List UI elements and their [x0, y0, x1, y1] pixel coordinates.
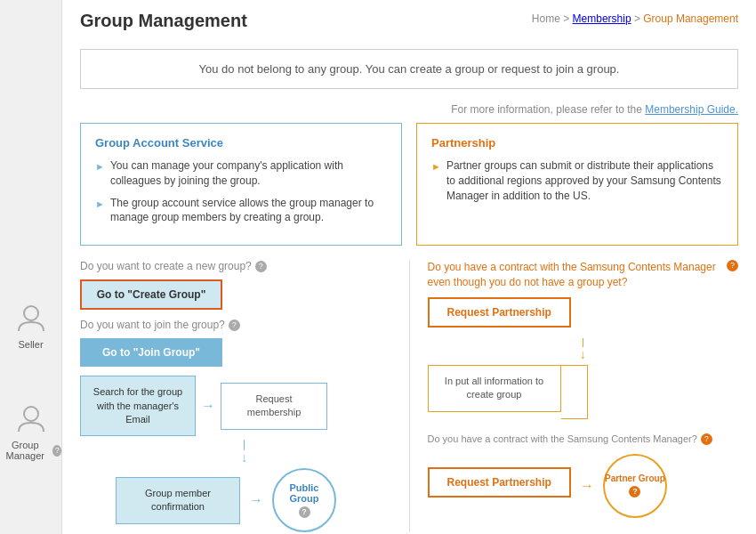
request-partnership-button-2[interactable]: Request Partnership — [428, 467, 571, 498]
info-boxes: Group Account Service ► You can manage y… — [62, 123, 756, 246]
gas-title: Group Account Service — [95, 136, 387, 150]
right-top-question-text: Do you have a contract with the Samsung … — [428, 260, 724, 290]
svg-point-1 — [24, 407, 38, 421]
right-bottom-question: Do you have a contract with the Samsung … — [428, 433, 739, 445]
seller-label: Seller — [18, 339, 43, 350]
svg-point-0 — [24, 306, 38, 320]
spacer-1 — [428, 419, 739, 433]
group-confirm-button[interactable]: Group member confirmation — [116, 477, 240, 524]
breadcrumb-sep1: > — [563, 12, 572, 25]
flow-bottom: Group member confirmation → Public Group… — [80, 468, 391, 532]
flow-section: Do you want to create a new group? ? Go … — [62, 260, 756, 532]
partner-group-circle: Partner Group ? — [603, 454, 667, 518]
group-manager-icon — [15, 403, 47, 435]
create-help-icon[interactable]: ? — [255, 261, 267, 272]
gas-bullet-2: ► — [95, 198, 105, 226]
breadcrumb-home: Home — [532, 12, 560, 25]
sidebar-seller: Seller — [15, 303, 47, 350]
guide-link-row: For more information, please refer to th… — [62, 100, 756, 123]
partnership-title: Partnership — [431, 136, 723, 150]
guide-prefix: For more information, please refer to th… — [451, 103, 642, 116]
public-group-circle: Public Group ? — [272, 468, 336, 532]
partnership-item-1: ► Partner groups can submit or distribut… — [431, 158, 723, 203]
create-group-area: In put all information to create group — [428, 365, 739, 419]
create-group-info-box: In put all information to create group — [428, 365, 561, 412]
join-question: Do you want to join the group? ? — [80, 319, 391, 331]
group-manager-help-icon[interactable]: ? — [52, 445, 61, 457]
right-top-question: Do you have a contract with the Samsung … — [428, 260, 739, 290]
gas-item-1: ► You can manage your company's applicat… — [95, 158, 387, 189]
request-partnership-button-1[interactable]: Request Partnership — [428, 297, 571, 328]
arrow-right-1: → — [201, 398, 215, 414]
partnership-bullet-1: ► — [431, 160, 441, 203]
info-banner: You do not belong to any group. You can … — [80, 49, 738, 89]
gas-text-2: The group account service allows the gro… — [110, 196, 387, 226]
search-request-row: Search for the group with the manager's … — [80, 376, 391, 436]
public-group-label: Public Group — [274, 482, 334, 504]
gas-bullet-1: ► — [95, 160, 105, 189]
breadcrumb-current: Group Management — [643, 12, 738, 25]
right-bottom-question-text: Do you have a contract with the Samsung … — [428, 433, 697, 444]
down-arrow-orange-1: ↓ — [428, 338, 739, 361]
down-arrow-1: ↓ — [80, 440, 391, 465]
partnership-box: Partnership ► Partner groups can submit … — [416, 123, 738, 246]
breadcrumb: Home > Membership > Group Management — [532, 12, 738, 25]
join-question-text: Do you want to join the group? — [80, 319, 225, 331]
public-group-help-icon[interactable]: ? — [299, 506, 310, 518]
group-account-service-box: Group Account Service ► You can manage y… — [80, 123, 402, 246]
sidebar: Seller Group Manager ? — [0, 0, 62, 534]
right-top-help-icon[interactable]: ? — [727, 260, 738, 271]
partner-group-label: Partner Group — [605, 473, 665, 483]
breadcrumb-sep2: > — [634, 12, 643, 25]
flow-left: Do you want to create a new group? ? Go … — [80, 260, 410, 532]
main-content: Group Management Home > Membership > Gro… — [62, 0, 756, 534]
group-manager-label: Group Manager — [0, 440, 50, 461]
join-help-icon[interactable]: ? — [229, 320, 240, 331]
breadcrumb-membership[interactable]: Membership — [573, 12, 631, 25]
search-group-button[interactable]: Search for the group with the manager's … — [80, 376, 196, 436]
gas-text-1: You can manage your company's applicatio… — [110, 158, 387, 189]
create-group-button[interactable]: Go to "Create Group" — [80, 279, 222, 310]
right-bottom-help-icon[interactable]: ? — [701, 433, 712, 445]
arrow-right-2: → — [249, 492, 263, 508]
arrow-right-orange: → — [580, 478, 594, 494]
sidebar-group-manager: Group Manager ? — [0, 403, 61, 461]
gas-item-2: ► The group account service allows the g… — [95, 196, 387, 226]
flow-right: Do you have a contract with the Samsung … — [410, 260, 739, 532]
create-question-text: Do you want to create a new group? — [80, 260, 252, 272]
create-question: Do you want to create a new group? ? — [80, 260, 391, 272]
join-group-button[interactable]: Go to "Join Group" — [80, 338, 222, 367]
page-header: Group Management Home > Membership > Gro… — [62, 0, 756, 38]
info-banner-text: You do not belong to any group. You can … — [199, 62, 620, 76]
membership-guide-link[interactable]: Membership Guide. — [645, 103, 738, 116]
request-membership-button[interactable]: Request membership — [221, 383, 327, 430]
partnership-text-1: Partner groups can submit or distribute … — [446, 158, 723, 203]
page-title: Group Management — [80, 11, 247, 30]
partner-group-help-icon[interactable]: ? — [629, 486, 640, 498]
seller-icon — [15, 303, 47, 335]
right-bottom-area: Request Partnership → Partner Group ? — [428, 454, 739, 518]
